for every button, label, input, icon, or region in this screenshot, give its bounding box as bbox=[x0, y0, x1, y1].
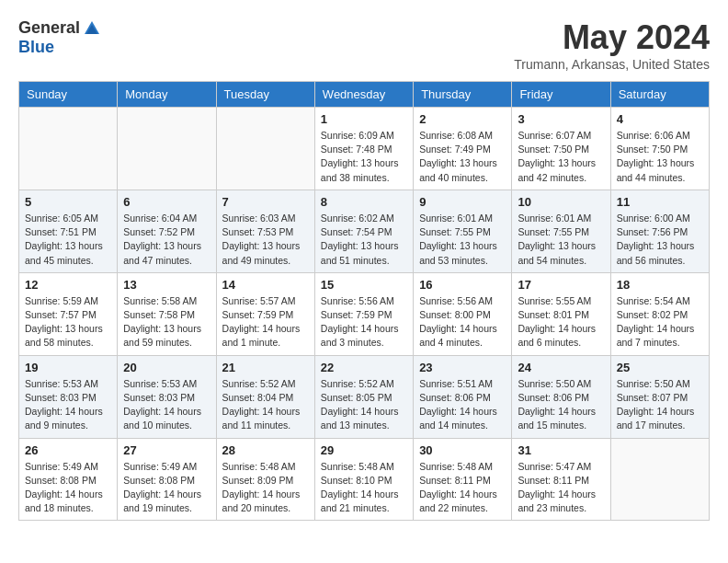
location: Trumann, Arkansas, United States bbox=[514, 57, 710, 72]
weekday-header-friday: Friday bbox=[512, 82, 610, 108]
day-number: 7 bbox=[222, 195, 309, 209]
calendar-cell: 22Sunrise: 5:52 AMSunset: 8:05 PMDayligh… bbox=[314, 355, 413, 438]
day-number: 12 bbox=[25, 278, 111, 292]
calendar-week-row: 5Sunrise: 6:05 AMSunset: 7:51 PMDaylight… bbox=[19, 190, 710, 272]
day-info: Sunrise: 5:50 AMSunset: 8:07 PMDaylight:… bbox=[617, 377, 703, 433]
calendar-cell: 11Sunrise: 6:00 AMSunset: 7:56 PMDayligh… bbox=[610, 190, 709, 272]
weekday-header-wednesday: Wednesday bbox=[314, 82, 413, 108]
calendar-cell: 15Sunrise: 5:56 AMSunset: 7:59 PMDayligh… bbox=[314, 272, 413, 355]
calendar-cell: 13Sunrise: 5:58 AMSunset: 7:58 PMDayligh… bbox=[118, 272, 216, 355]
calendar-cell: 31Sunrise: 5:47 AMSunset: 8:11 PMDayligh… bbox=[512, 438, 610, 521]
page-header: General Blue May 2024 Trumann, Arkansas,… bbox=[18, 18, 710, 72]
weekday-header-tuesday: Tuesday bbox=[216, 82, 314, 108]
day-number: 6 bbox=[123, 195, 210, 209]
calendar-cell: 10Sunrise: 6:01 AMSunset: 7:55 PMDayligh… bbox=[512, 190, 610, 272]
calendar-cell: 27Sunrise: 5:49 AMSunset: 8:08 PMDayligh… bbox=[118, 438, 216, 521]
calendar-table: SundayMondayTuesdayWednesdayThursdayFrid… bbox=[18, 81, 710, 521]
calendar-cell bbox=[216, 108, 314, 190]
day-number: 25 bbox=[617, 361, 703, 374]
calendar-cell: 14Sunrise: 5:57 AMSunset: 7:59 PMDayligh… bbox=[216, 272, 314, 355]
logo-icon bbox=[83, 19, 101, 38]
calendar-cell: 7Sunrise: 6:03 AMSunset: 7:53 PMDaylight… bbox=[216, 190, 314, 272]
day-number: 28 bbox=[222, 443, 309, 457]
day-number: 1 bbox=[321, 112, 407, 126]
day-number: 11 bbox=[617, 195, 703, 209]
calendar-cell: 26Sunrise: 5:49 AMSunset: 8:08 PMDayligh… bbox=[19, 438, 118, 521]
calendar-cell: 23Sunrise: 5:51 AMSunset: 8:06 PMDayligh… bbox=[414, 355, 512, 438]
calendar-week-row: 1Sunrise: 6:09 AMSunset: 7:48 PMDaylight… bbox=[19, 108, 710, 190]
calendar-cell bbox=[610, 438, 709, 521]
day-info: Sunrise: 5:53 AMSunset: 8:03 PMDaylight:… bbox=[25, 377, 111, 433]
calendar-cell: 3Sunrise: 6:07 AMSunset: 7:50 PMDaylight… bbox=[512, 108, 610, 190]
day-info: Sunrise: 5:49 AMSunset: 8:08 PMDaylight:… bbox=[123, 460, 210, 516]
day-info: Sunrise: 5:53 AMSunset: 8:03 PMDaylight:… bbox=[123, 377, 210, 433]
logo-blue-text: Blue bbox=[18, 38, 54, 57]
day-info: Sunrise: 5:55 AMSunset: 8:01 PMDaylight:… bbox=[518, 294, 604, 350]
day-info: Sunrise: 6:03 AMSunset: 7:53 PMDaylight:… bbox=[222, 212, 309, 268]
day-number: 13 bbox=[123, 278, 210, 292]
day-info: Sunrise: 5:48 AMSunset: 8:10 PMDaylight:… bbox=[321, 460, 407, 516]
weekday-header-thursday: Thursday bbox=[414, 82, 512, 108]
day-number: 14 bbox=[222, 278, 309, 292]
title-section: May 2024 Trumann, Arkansas, United State… bbox=[514, 18, 710, 72]
day-number: 17 bbox=[518, 278, 604, 292]
day-info: Sunrise: 5:56 AMSunset: 7:59 PMDaylight:… bbox=[321, 294, 407, 350]
day-number: 8 bbox=[321, 195, 407, 209]
day-number: 27 bbox=[123, 443, 210, 457]
day-number: 21 bbox=[222, 361, 309, 374]
calendar-week-row: 12Sunrise: 5:59 AMSunset: 7:57 PMDayligh… bbox=[19, 272, 710, 355]
day-number: 30 bbox=[419, 443, 506, 457]
day-number: 29 bbox=[321, 443, 407, 457]
day-number: 4 bbox=[617, 112, 703, 126]
calendar-cell: 19Sunrise: 5:53 AMSunset: 8:03 PMDayligh… bbox=[19, 355, 118, 438]
day-info: Sunrise: 5:48 AMSunset: 8:09 PMDaylight:… bbox=[222, 460, 309, 516]
day-number: 31 bbox=[518, 443, 604, 457]
day-info: Sunrise: 6:02 AMSunset: 7:54 PMDaylight:… bbox=[321, 212, 407, 268]
calendar-cell bbox=[19, 108, 118, 190]
day-info: Sunrise: 5:51 AMSunset: 8:06 PMDaylight:… bbox=[419, 377, 506, 433]
day-info: Sunrise: 5:56 AMSunset: 8:00 PMDaylight:… bbox=[419, 294, 506, 350]
day-info: Sunrise: 6:01 AMSunset: 7:55 PMDaylight:… bbox=[419, 212, 506, 268]
calendar-cell bbox=[118, 108, 216, 190]
day-number: 9 bbox=[419, 195, 506, 209]
day-info: Sunrise: 5:59 AMSunset: 7:57 PMDaylight:… bbox=[25, 294, 111, 350]
weekday-header-saturday: Saturday bbox=[610, 82, 709, 108]
day-info: Sunrise: 6:08 AMSunset: 7:49 PMDaylight:… bbox=[419, 129, 506, 185]
day-info: Sunrise: 5:58 AMSunset: 7:58 PMDaylight:… bbox=[123, 294, 210, 350]
calendar-cell: 25Sunrise: 5:50 AMSunset: 8:07 PMDayligh… bbox=[610, 355, 709, 438]
calendar-cell: 29Sunrise: 5:48 AMSunset: 8:10 PMDayligh… bbox=[314, 438, 413, 521]
day-number: 23 bbox=[419, 361, 506, 374]
day-number: 20 bbox=[123, 361, 210, 374]
day-info: Sunrise: 5:52 AMSunset: 8:05 PMDaylight:… bbox=[321, 377, 407, 433]
calendar-cell: 2Sunrise: 6:08 AMSunset: 7:49 PMDaylight… bbox=[414, 108, 512, 190]
day-number: 15 bbox=[321, 278, 407, 292]
calendar-cell: 4Sunrise: 6:06 AMSunset: 7:50 PMDaylight… bbox=[610, 108, 709, 190]
weekday-header-row: SundayMondayTuesdayWednesdayThursdayFrid… bbox=[19, 82, 710, 108]
calendar-cell: 24Sunrise: 5:50 AMSunset: 8:06 PMDayligh… bbox=[512, 355, 610, 438]
weekday-header-sunday: Sunday bbox=[19, 82, 118, 108]
weekday-header-monday: Monday bbox=[118, 82, 216, 108]
day-number: 18 bbox=[617, 278, 703, 292]
calendar-cell: 28Sunrise: 5:48 AMSunset: 8:09 PMDayligh… bbox=[216, 438, 314, 521]
calendar-week-row: 26Sunrise: 5:49 AMSunset: 8:08 PMDayligh… bbox=[19, 438, 710, 521]
day-number: 26 bbox=[25, 443, 111, 457]
day-info: Sunrise: 6:05 AMSunset: 7:51 PMDaylight:… bbox=[25, 212, 111, 268]
day-info: Sunrise: 5:54 AMSunset: 8:02 PMDaylight:… bbox=[617, 294, 703, 350]
day-info: Sunrise: 5:52 AMSunset: 8:04 PMDaylight:… bbox=[222, 377, 309, 433]
day-info: Sunrise: 5:49 AMSunset: 8:08 PMDaylight:… bbox=[25, 460, 111, 516]
calendar-cell: 20Sunrise: 5:53 AMSunset: 8:03 PMDayligh… bbox=[118, 355, 216, 438]
day-info: Sunrise: 5:47 AMSunset: 8:11 PMDaylight:… bbox=[518, 460, 604, 516]
month-title: May 2024 bbox=[514, 18, 710, 57]
day-number: 16 bbox=[419, 278, 506, 292]
day-info: Sunrise: 6:07 AMSunset: 7:50 PMDaylight:… bbox=[518, 129, 604, 185]
calendar-cell: 9Sunrise: 6:01 AMSunset: 7:55 PMDaylight… bbox=[414, 190, 512, 272]
day-number: 2 bbox=[419, 112, 506, 126]
calendar-week-row: 19Sunrise: 5:53 AMSunset: 8:03 PMDayligh… bbox=[19, 355, 710, 438]
calendar-cell: 5Sunrise: 6:05 AMSunset: 7:51 PMDaylight… bbox=[19, 190, 118, 272]
day-info: Sunrise: 6:06 AMSunset: 7:50 PMDaylight:… bbox=[617, 129, 703, 185]
calendar-cell: 1Sunrise: 6:09 AMSunset: 7:48 PMDaylight… bbox=[314, 108, 413, 190]
day-number: 24 bbox=[518, 361, 604, 374]
calendar-cell: 6Sunrise: 6:04 AMSunset: 7:52 PMDaylight… bbox=[118, 190, 216, 272]
logo-general-text: General bbox=[18, 18, 80, 38]
day-info: Sunrise: 6:01 AMSunset: 7:55 PMDaylight:… bbox=[518, 212, 604, 268]
